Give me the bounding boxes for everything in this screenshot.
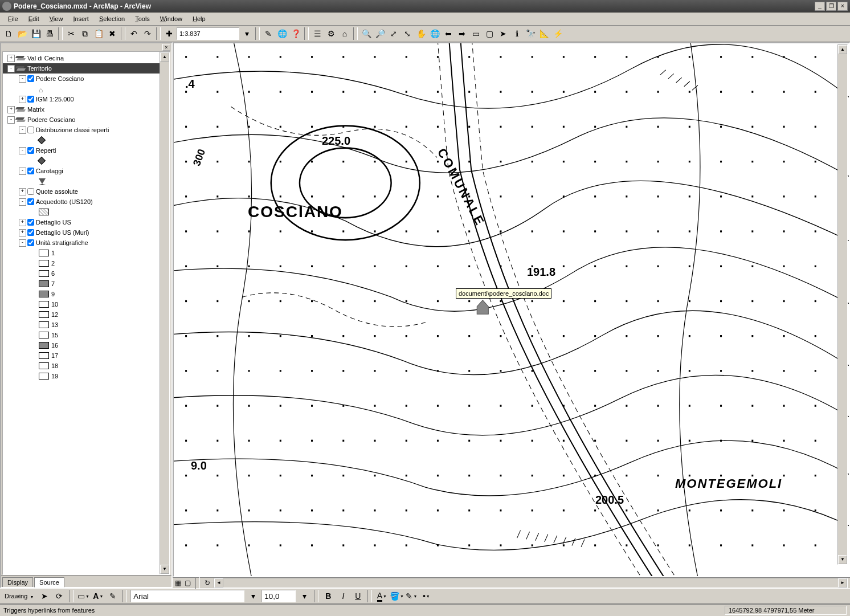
toc-item[interactable]: 2: [3, 258, 170, 268]
toc-item[interactable]: -Distribuzione classi reperti: [3, 125, 170, 135]
layer-visibility-checkbox[interactable]: [27, 147, 34, 154]
expand-icon[interactable]: +: [7, 55, 15, 62]
toc-tree[interactable]: +Val di Cecina-Territorio-Podere Coscian…: [2, 51, 170, 575]
toc-item[interactable]: [3, 176, 170, 186]
redo-icon[interactable]: ↷: [141, 27, 154, 40]
modelbuilder-icon[interactable]: ⚙: [325, 27, 337, 40]
font-dropdown-icon[interactable]: ▾: [247, 590, 259, 602]
layer-visibility-checkbox[interactable]: [27, 219, 34, 226]
layer-visibility-checkbox[interactable]: [27, 229, 34, 236]
font-color-icon[interactable]: A▼: [375, 590, 388, 602]
cut-icon[interactable]: ✂: [65, 27, 77, 40]
minimize-button[interactable]: _: [815, 2, 825, 11]
expand-icon[interactable]: -: [19, 147, 26, 154]
toc-item[interactable]: -Unità stratigrafiche: [3, 238, 170, 248]
clear-selection-icon[interactable]: ▢: [483, 27, 496, 40]
expand-icon[interactable]: -: [19, 168, 26, 175]
zoom-out-icon[interactable]: 🔎: [374, 27, 386, 40]
line-color-icon[interactable]: ✎▼: [405, 590, 418, 602]
toc-item[interactable]: +Val di Cecina: [3, 53, 170, 63]
toc-item[interactable]: [3, 135, 170, 145]
select-element-icon[interactable]: ➤: [497, 27, 509, 40]
menu-window[interactable]: Window: [156, 14, 187, 23]
toc-item[interactable]: -Reperti: [3, 145, 170, 156]
fixed-zoom-out-icon[interactable]: ⤡: [401, 27, 414, 40]
arccatalog-icon[interactable]: 🌐: [276, 27, 288, 40]
underline-icon[interactable]: U: [352, 590, 364, 602]
toc-item[interactable]: -Podere Cosciano: [3, 74, 170, 84]
refresh-icon[interactable]: ↻: [205, 579, 210, 587]
text-tool-icon[interactable]: A▼: [92, 590, 104, 602]
home-icon[interactable]: ⌂: [338, 27, 351, 40]
expand-icon[interactable]: +: [7, 106, 15, 113]
delete-icon[interactable]: ✖: [106, 27, 118, 40]
toc-tab-source[interactable]: Source: [34, 577, 64, 588]
expand-icon[interactable]: -: [19, 127, 26, 134]
toc-item[interactable]: 18: [3, 361, 170, 371]
toc-item[interactable]: 10: [3, 299, 170, 309]
layer-visibility-checkbox[interactable]: [27, 168, 34, 174]
print-icon[interactable]: 🖶: [43, 27, 56, 40]
toc-item[interactable]: 12: [3, 309, 170, 320]
toc-item[interactable]: [3, 156, 170, 166]
hyperlink-icon[interactable]: ⚡: [551, 27, 564, 40]
identify-icon[interactable]: ℹ: [510, 27, 523, 40]
expand-icon[interactable]: -: [19, 239, 26, 247]
layer-visibility-checkbox[interactable]: [27, 127, 34, 133]
font-family-input[interactable]: [130, 590, 244, 602]
pan-icon[interactable]: ✋: [415, 27, 427, 40]
rotate-icon[interactable]: ⟳: [53, 590, 66, 602]
toc-tab-display[interactable]: Display: [2, 577, 33, 587]
toc-item[interactable]: 1: [3, 248, 170, 258]
menu-tools[interactable]: Tools: [130, 14, 154, 23]
italic-icon[interactable]: I: [337, 590, 349, 602]
select-features-icon[interactable]: ▭: [469, 27, 482, 40]
toc-item[interactable]: [3, 207, 170, 217]
toc-item[interactable]: +Matrix: [3, 104, 170, 115]
marker-color-icon[interactable]: •▼: [420, 590, 432, 602]
font-size-input[interactable]: [261, 590, 296, 602]
layer-visibility-checkbox[interactable]: [27, 239, 34, 246]
expand-icon[interactable]: +: [19, 219, 26, 226]
toc-item[interactable]: ⌂: [3, 84, 170, 94]
toc-close-button[interactable]: ×: [162, 44, 170, 51]
save-icon[interactable]: 💾: [30, 27, 42, 40]
menu-selection[interactable]: Selection: [95, 14, 129, 23]
add-data-icon[interactable]: ✚: [163, 27, 175, 40]
undo-icon[interactable]: ↶: [128, 27, 140, 40]
fixed-zoom-in-icon[interactable]: ⤢: [387, 27, 400, 40]
forward-icon[interactable]: ➡: [456, 27, 468, 40]
expand-icon[interactable]: +: [19, 188, 26, 195]
toc-item[interactable]: -Territorio: [3, 63, 170, 74]
open-icon[interactable]: 📂: [16, 27, 28, 40]
back-icon[interactable]: ⬅: [442, 27, 455, 40]
drawing-menu[interactable]: Drawing ▼: [2, 593, 36, 599]
copy-icon[interactable]: ⧉: [79, 27, 91, 40]
toc-item[interactable]: +IGM 1:25.000: [3, 94, 170, 104]
toc-item[interactable]: 9: [3, 289, 170, 299]
scale-dropdown-icon[interactable]: ▾: [240, 27, 253, 40]
toc-item[interactable]: 15: [3, 330, 170, 340]
toc-item[interactable]: 7: [3, 279, 170, 289]
toc-item[interactable]: +Dettaglio US: [3, 217, 170, 227]
tools-icon[interactable]: ☰: [311, 27, 324, 40]
data-view-icon[interactable]: ▦: [175, 579, 181, 587]
expand-icon[interactable]: -: [19, 198, 26, 206]
layout-view-icon[interactable]: ▢: [185, 579, 191, 587]
toc-item[interactable]: 17: [3, 350, 170, 361]
layer-visibility-checkbox[interactable]: [27, 198, 34, 205]
toc-item[interactable]: -Acquedotto (US120): [3, 197, 170, 207]
expand-icon[interactable]: -: [7, 65, 15, 72]
map-vertical-scrollbar[interactable]: [837, 44, 848, 565]
bold-icon[interactable]: B: [322, 590, 334, 602]
measure-icon[interactable]: 📐: [538, 27, 550, 40]
select-arrow-icon[interactable]: ➤: [38, 590, 51, 602]
toc-scrollbar[interactable]: [160, 52, 170, 574]
fill-color-icon[interactable]: 🪣▼: [390, 590, 403, 602]
expand-icon[interactable]: -: [19, 75, 26, 83]
toc-item[interactable]: +Quote assolute: [3, 186, 170, 197]
maximize-button[interactable]: ❐: [826, 2, 836, 11]
zoom-in-icon[interactable]: 🔍: [360, 27, 373, 40]
size-dropdown-icon[interactable]: ▾: [298, 590, 310, 602]
map-scale-input[interactable]: [177, 27, 239, 40]
